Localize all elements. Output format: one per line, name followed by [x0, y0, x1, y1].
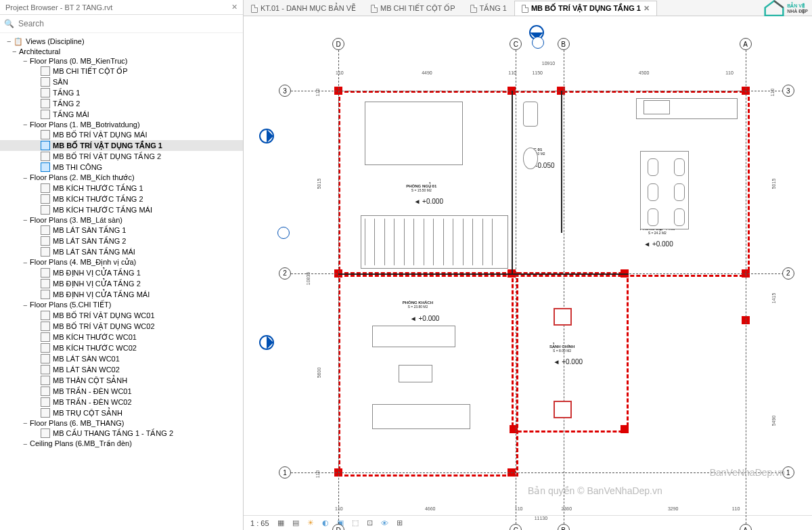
search-bar[interactable]: 🔍 [0, 15, 243, 33]
view-control-bar[interactable]: 1 : 65 ▦ ▤ ☀ ◐ ▣ ⬚ ⊡ 👁 ⊞ [244, 515, 812, 530]
tree-item[interactable]: MB ĐỊNH VỊ CỬA TẦNG 2 [0, 278, 243, 289]
view-tab[interactable]: KT.01 - DANH MỤC BẢN VẼ [244, 1, 363, 16]
tree-item[interactable]: MB TRẦN - ĐÈN WC01 [0, 386, 243, 397]
tree-item[interactable]: MB THI CÔNG [0, 162, 243, 173]
tree-item[interactable]: MB BỐ TRÍ VẬT DỤNG WC02 [0, 321, 243, 332]
tree-item[interactable]: MB THÂN CỘT SẢNH [0, 375, 243, 386]
tree-item[interactable]: −📋Views (Discipline) [0, 36, 243, 47]
tree-item[interactable]: TẦNG 2 [0, 98, 243, 109]
close-icon[interactable]: ✕ [231, 3, 238, 12]
tree-item[interactable]: −Architectural [0, 47, 243, 56]
tree-item[interactable]: MB LÁT SÀN WC01 [0, 353, 243, 364]
tree-item[interactable]: −Floor Plans (0. MB_KienTruc) [0, 56, 243, 66]
tree-item[interactable]: MB ĐỊNH VỊ CỬA TẦNG 1 [0, 267, 243, 278]
tree-item[interactable]: TẦNG MÁI [0, 109, 243, 120]
tree-item[interactable]: MB KÍCH THƯỚC TẦNG 1 [0, 183, 243, 194]
tree-item[interactable]: MB BỐ TRÍ VẬT DỤNG TẦNG 1 [0, 140, 243, 151]
search-input[interactable] [18, 19, 239, 28]
tree-item[interactable]: MB LÁT SÀN WC02 [0, 364, 243, 375]
main-area: KT.01 - DANH MỤC BẢN VẼMB CHI TIẾT CỘT Ố… [244, 0, 812, 530]
document-icon [371, 5, 378, 13]
tree-item[interactable]: MB LÁT SÀN TẦNG 1 [0, 225, 243, 236]
close-icon[interactable]: ✕ [644, 4, 650, 13]
tree-item[interactable]: MB BỐ TRÍ VẬT DỤNG TẦNG 2 [0, 151, 243, 162]
tree-item[interactable]: MB TRỤ CỘT SẢNH [0, 407, 243, 418]
tree-item[interactable]: TẦNG 1 [0, 87, 243, 98]
search-icon: 🔍 [4, 19, 14, 28]
tree-item[interactable]: MB CHI TIẾT CỘT ỐP [0, 66, 243, 76]
panel-title-bar: Project Browser - BT 2 TANG.rvt ✕ [0, 0, 243, 15]
view-tab[interactable]: MB CHI TIẾT CỘT ỐP [363, 1, 463, 16]
tree-item[interactable]: −Floor Plans (4. MB_Định vị cửa) [0, 257, 243, 267]
drawing-canvas[interactable]: DDCCBBAA33221111044901101150450011010910… [244, 16, 812, 515]
floor-plan: DDCCBBAA33221111044901101150450011010910… [284, 30, 798, 517]
crop-region-icon[interactable]: ⊡ [367, 518, 373, 527]
project-tree[interactable]: −📋Views (Discipline)−Architectural−Floor… [0, 33, 243, 530]
tree-item[interactable]: −Floor Plans (5.CHI TIẾT) [0, 300, 243, 310]
hide-icon[interactable]: 👁 [381, 519, 388, 527]
tree-item[interactable]: MB KÍCH THƯỚC TẦNG MÁI [0, 204, 243, 215]
document-icon [251, 5, 258, 13]
tree-item[interactable]: MB TRẦN - ĐÈN WC02 [0, 397, 243, 407]
document-icon [522, 5, 528, 13]
view-tab[interactable]: TẦNG 1 [463, 1, 514, 16]
tree-item[interactable]: −Floor Plans (2. MB_Kích thước) [0, 173, 243, 183]
reveal-icon[interactable]: ⊞ [397, 518, 403, 527]
tree-item[interactable]: −Floor Plans (1. MB_Botrivatdung) [0, 120, 243, 129]
tree-item[interactable]: MB LÁT SÀN TẦNG 2 [0, 236, 243, 246]
scale-value[interactable]: 1 : 65 [250, 519, 269, 527]
project-browser-panel: Project Browser - BT 2 TANG.rvt ✕ 🔍 −📋Vi… [0, 0, 244, 530]
sun-path-icon[interactable]: ☀ [307, 518, 314, 527]
tree-item[interactable]: MB ĐỊNH VỊ CỬA TẦNG MÁI [0, 289, 243, 300]
tree-item[interactable]: MB LÁT SÀN TẦNG MÁI [0, 246, 243, 257]
view-tabstrip[interactable]: KT.01 - DANH MỤC BẢN VẼMB CHI TIẾT CỘT Ố… [244, 0, 812, 16]
view-tab[interactable]: MB BỐ TRÍ VẬT DỤNG TẦNG 1✕ [514, 1, 657, 16]
tree-item[interactable]: MB CẦU THANG TẦNG 1 - TẦNG 2 [0, 428, 243, 439]
shadows-icon[interactable]: ◐ [322, 518, 329, 527]
tree-item[interactable]: MB KÍCH THƯỚC TẦNG 2 [0, 194, 243, 204]
tree-item[interactable]: SÂN [0, 76, 243, 87]
crop-view-icon[interactable]: ⬚ [352, 518, 359, 527]
tree-item[interactable]: MB KÍCH THƯỚC WC02 [0, 343, 243, 353]
model-graphics-icon[interactable]: ▦ [277, 518, 284, 527]
tree-item[interactable]: −Floor Plans (6. MB_THANG) [0, 418, 243, 428]
tree-item[interactable]: MB KÍCH THƯỚC WC01 [0, 332, 243, 343]
tree-item[interactable]: −Floor Plans (3. MB_Lát sàn) [0, 215, 243, 225]
panel-title: Project Browser - BT 2 TANG.rvt [5, 3, 112, 12]
tree-item[interactable]: MB BỐ TRÍ VẬT DỤNG MÁI [0, 129, 243, 140]
document-icon [470, 5, 477, 13]
tree-item[interactable]: MB BỐ TRÍ VẬT DỤNG WC01 [0, 310, 243, 321]
tree-item[interactable]: −Ceiling Plans (6.MB_Trần đèn) [0, 439, 243, 449]
detail-level-icon[interactable]: ▤ [292, 518, 299, 527]
